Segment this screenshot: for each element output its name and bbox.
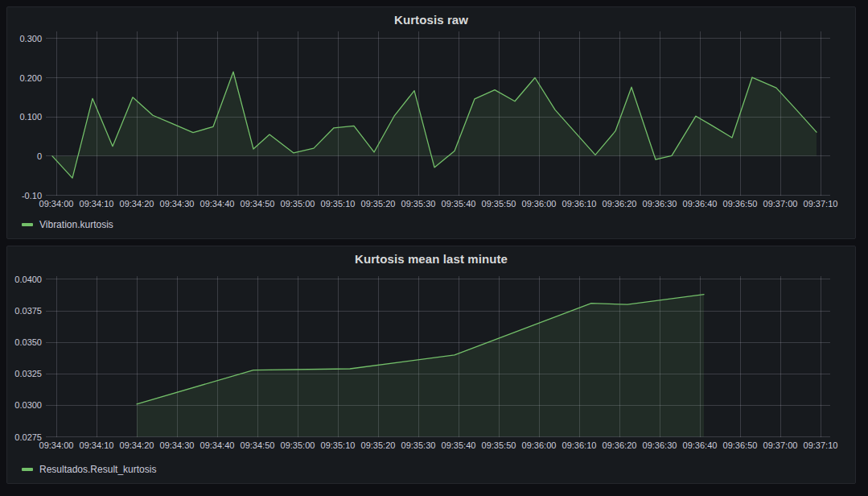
x-tick-label: 09:36:10	[562, 440, 597, 450]
y-tick-label: 0	[37, 151, 42, 161]
x-tick-label: 09:34:50	[241, 440, 275, 450]
y-tick-label: 0.300	[19, 34, 42, 43]
y-tick-label: 0.0325	[14, 369, 42, 378]
kurtosis-raw-chart[interactable]: 09:34:0009:34:1009:34:2009:34:3009:34:40…	[7, 31, 855, 212]
y-tick-label: 0.200	[19, 73, 42, 83]
y-tick-label: 0.100	[19, 112, 42, 122]
x-tick-label: 09:36:50	[723, 440, 758, 450]
x-tick-label: 09:35:20	[361, 440, 396, 450]
x-tick-label: 09:35:00	[281, 199, 315, 209]
x-tick-label: 09:34:10	[80, 440, 114, 450]
legend-series-label[interactable]: Vibration.kurtosis	[39, 219, 113, 230]
x-tick-label: 09:34:30	[160, 440, 195, 450]
panel-title[interactable]: Kurtosis mean last minute	[355, 252, 508, 266]
x-tick-label: 09:34:50	[241, 199, 275, 209]
x-tick-label: 09:35:20	[361, 199, 396, 209]
x-tick-label: 09:34:00	[39, 199, 74, 209]
legend-series-marker[interactable]	[22, 468, 33, 471]
x-tick-label: 09:37:10	[804, 440, 838, 450]
x-tick-label: 09:36:00	[522, 440, 557, 450]
y-tick-label: 0.0375	[14, 306, 42, 316]
x-tick-label: 09:36:20	[603, 199, 637, 209]
y-tick-label: 0.0300	[14, 400, 42, 410]
x-tick-label: 09:35:50	[482, 199, 516, 209]
panel-title[interactable]: Kurtosis raw	[394, 13, 468, 27]
legend-item[interactable]: Resultados.Result_kurtosis	[22, 464, 156, 475]
x-tick-label: 09:35:40	[442, 199, 476, 209]
x-tick-label: 09:36:30	[643, 199, 677, 209]
panel-kurtosis-mean: Kurtosis mean last minute 09:34:0009:34:…	[6, 246, 856, 484]
legend-series-marker[interactable]	[22, 223, 33, 226]
x-tick-label: 09:36:40	[683, 440, 718, 450]
x-tick-label: 09:35:10	[321, 440, 356, 450]
x-tick-label: 09:35:00	[281, 440, 315, 450]
x-tick-label: 09:34:20	[120, 199, 154, 209]
x-tick-label: 09:37:10	[804, 199, 838, 209]
y-tick-label: -0.10	[22, 191, 42, 200]
x-tick-label: 09:34:40	[200, 440, 235, 450]
y-tick-label: 0.0275	[14, 432, 42, 442]
x-tick-label: 09:34:10	[80, 199, 114, 209]
x-tick-label: 09:35:40	[442, 440, 476, 450]
x-tick-label: 09:36:30	[643, 440, 677, 450]
x-tick-label: 09:36:00	[522, 199, 557, 209]
x-tick-label: 09:34:30	[160, 199, 195, 209]
x-tick-label: 09:37:00	[763, 199, 798, 209]
series-area-fill	[137, 295, 704, 437]
kurtosis-mean-chart[interactable]: 09:34:0009:34:1009:34:2009:34:3009:34:40…	[7, 271, 855, 456]
panel-kurtosis-raw: Kurtosis raw 09:34:0009:34:1009:34:2009:…	[6, 6, 856, 239]
legend-item[interactable]: Vibration.kurtosis	[22, 219, 113, 230]
x-tick-label: 09:36:40	[683, 199, 718, 209]
legend-series-label[interactable]: Resultados.Result_kurtosis	[39, 464, 156, 475]
y-tick-label: 0.0400	[14, 275, 42, 284]
x-tick-label: 09:35:50	[482, 440, 516, 450]
panel-header[interactable]: Kurtosis mean last minute	[7, 246, 855, 271]
x-tick-label: 09:35:10	[321, 199, 356, 209]
legend: Resultados.Result_kurtosis	[7, 461, 855, 478]
x-tick-label: 09:35:30	[401, 440, 436, 450]
x-tick-label: 09:36:20	[603, 440, 637, 450]
y-tick-label: 0.0350	[14, 337, 42, 347]
legend: Vibration.kurtosis	[7, 216, 855, 234]
x-tick-label: 09:35:30	[401, 199, 436, 209]
panel-header[interactable]: Kurtosis raw	[7, 7, 855, 31]
x-tick-label: 09:34:00	[39, 440, 74, 450]
x-tick-label: 09:37:00	[763, 440, 798, 450]
x-tick-label: 09:36:50	[723, 199, 758, 209]
series-area-fill	[52, 72, 817, 178]
dashboard-page: Kurtosis raw 09:34:0009:34:1009:34:2009:…	[0, 0, 868, 496]
x-tick-label: 09:36:10	[562, 199, 597, 209]
x-tick-label: 09:34:40	[200, 199, 235, 209]
x-tick-label: 09:34:20	[120, 440, 154, 450]
